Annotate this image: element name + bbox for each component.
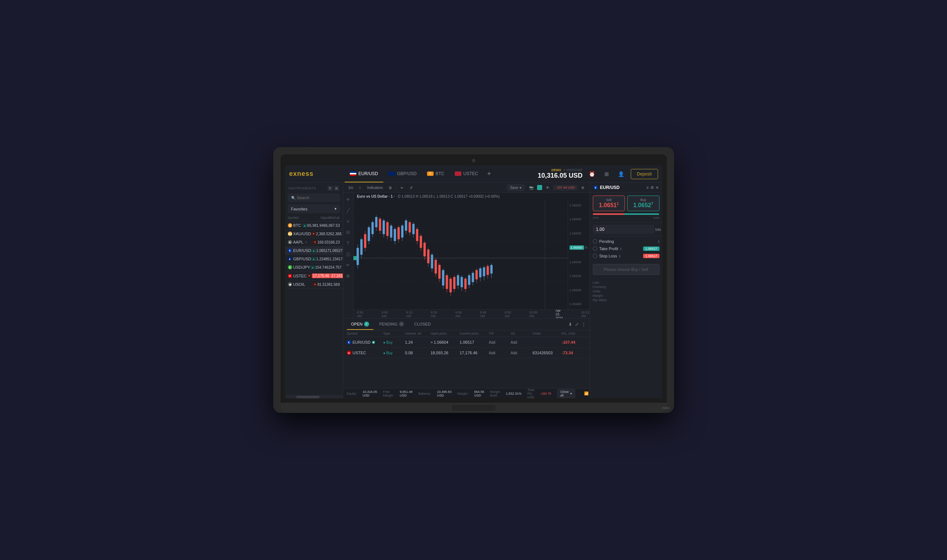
pos-type-eurusd: ● Buy	[383, 340, 405, 345]
col-symbol: Symbol	[288, 216, 321, 220]
sell-box[interactable]: Sell 1.06511	[593, 195, 625, 211]
tab-gbpusd[interactable]: GBP/USD	[383, 165, 422, 182]
timeframe-button[interactable]: 1m	[347, 185, 355, 191]
bottom-tabs: OPEN 2 PENDING 0 CLOSED	[343, 318, 589, 330]
tab-ustec[interactable]: USTEC	[450, 165, 484, 182]
svg-rect-21	[364, 234, 366, 248]
expand-icon[interactable]: ⤢	[575, 322, 578, 327]
screenshot-icon[interactable]: 📷	[527, 185, 535, 191]
close-all-button[interactable]: Close all ▾	[557, 389, 575, 398]
col-ask: Ask	[334, 216, 339, 220]
pencil-tool[interactable]: ✏	[344, 262, 352, 269]
save-button[interactable]: Save ▾	[507, 184, 525, 191]
pos-tp-eurusd[interactable]: Add	[489, 340, 511, 345]
sell-label: Sell	[595, 198, 623, 202]
rp-list-icon[interactable]: ≡	[646, 185, 649, 190]
pos-sl-ustec[interactable]: Add	[511, 351, 533, 355]
instrument-row-btc[interactable]: ₿ BTC ▲ 65,981.94 66,067.53	[285, 222, 343, 230]
tab-ustec-label: USTEC	[463, 171, 478, 176]
tab-closed[interactable]: CLOSED	[410, 318, 435, 330]
svg-rect-57	[431, 255, 433, 269]
equity-label: Equity:	[347, 392, 357, 395]
tab-open[interactable]: OPEN 2	[347, 318, 373, 330]
svg-rect-67	[449, 278, 452, 292]
instrument-row-eurusd[interactable]: € EUR/USD ▲ 1.06517 1.06527	[285, 246, 343, 255]
measure-tool[interactable]: ◫	[344, 251, 352, 258]
top-header: exness EUR/USD GBP/USD ₿ B	[285, 165, 662, 183]
bid-btc: 65,981.94	[307, 223, 324, 228]
eye-icon[interactable]: 👁	[544, 185, 551, 191]
instrument-row-xauusd[interactable]: Au XAU/USD ▼ 2,368.526 2,368.726	[285, 230, 343, 238]
chart-info-bar: Euro vs US Dollar · 1 · O 1.06513 H 1.06…	[353, 193, 589, 200]
search-input[interactable]	[297, 195, 337, 200]
favorites-dropdown[interactable]: Favorites ▾	[288, 205, 340, 213]
instrument-row-usdjpy[interactable]: $ USD/JPY ▲ 154.746 154.757	[285, 263, 343, 272]
svg-rect-29	[379, 219, 381, 231]
list-view-icon[interactable]: ☰	[328, 186, 333, 191]
take-profit-toggle[interactable]: Take Profit ℹ	[593, 246, 622, 251]
rp-close-icon[interactable]: ✕	[655, 185, 659, 190]
indicators-label: Indicators	[367, 186, 383, 190]
instruments-header: INSTRUMENTS ☰ ⊞	[285, 183, 343, 192]
buy-label: Buy	[629, 198, 657, 202]
pos-tp-ustec[interactable]: Add	[489, 351, 511, 355]
profile-icon[interactable]: 👤	[616, 169, 626, 179]
time-current: 10:13:00 AM	[581, 311, 589, 318]
place-order-button[interactable]: Please choose Buy / Sell	[593, 264, 660, 275]
miro-watermark: miro	[662, 406, 669, 410]
icon-gbpusd: £	[288, 257, 292, 261]
instrument-row-ustec[interactable]: U USTEC ▼ 17,176.46 17,181.77	[285, 272, 343, 280]
time-1000: 10:00 AM	[529, 311, 537, 318]
pos-sl-eurusd[interactable]: Add	[511, 340, 533, 345]
rp-settings-icon[interactable]: ⚙	[651, 185, 654, 190]
undo-icon[interactable]: ↺	[408, 185, 414, 191]
tab-eurusd[interactable]: EUR/USD	[345, 165, 383, 182]
symbol-gbpusd: GBP/USD	[293, 257, 312, 261]
add-tab-button[interactable]: +	[484, 170, 494, 178]
lots-input[interactable]	[593, 225, 654, 234]
alarm-icon[interactable]: ⏰	[587, 169, 597, 179]
instrument-row-usoil[interactable]: ◆ USOIL ▼ 81.513 81.569	[285, 280, 343, 289]
detail-lots: Lots:	[593, 281, 660, 285]
position-row-eurusd: € EUR/USD ● ● Buy 1.24 ≈ 1.06604 1.06517…	[343, 337, 589, 348]
zoom-tool[interactable]: ⊕	[344, 272, 352, 280]
stop-loss-info-icon: ℹ	[619, 254, 620, 258]
screen-bezel: exness EUR/USD GBP/USD ₿ B	[281, 154, 667, 403]
template-icon[interactable]: ⊞	[387, 185, 393, 191]
equity-value: 10,316.05 USD	[362, 390, 377, 397]
bid-usdjpy: 154.746	[315, 265, 328, 269]
search-box[interactable]: 🔍	[288, 194, 340, 202]
positions-table: Symbol Type Volume, lot Open price Curre…	[343, 330, 589, 388]
fibonacci-tool[interactable]: ⊟	[344, 229, 352, 236]
svg-rect-35	[390, 226, 392, 238]
bid-gbpusd: 1.23485	[316, 257, 329, 261]
chart-symbol: Euro vs US Dollar · 1 ·	[357, 194, 395, 198]
grid-icon[interactable]: ⊞	[602, 169, 612, 179]
account-number: # 155207187	[563, 168, 583, 172]
bar-type-icon[interactable]: ⎍	[358, 185, 362, 191]
line-tool[interactable]: ╱	[344, 207, 352, 214]
signal-usoil: ▼	[312, 283, 318, 286]
deposit-button[interactable]: Deposit	[631, 169, 658, 179]
sidebar-scrollbar[interactable]	[285, 395, 343, 398]
svg-rect-41	[401, 226, 403, 238]
tab-pending[interactable]: PENDING 0	[375, 318, 409, 330]
settings-icon[interactable]: ⚙	[580, 185, 586, 191]
crosshair-tool[interactable]: ✛	[344, 196, 352, 203]
pending-option[interactable]: Pending ℹ	[593, 239, 660, 244]
buy-box[interactable]: Buy 1.06527	[627, 195, 660, 211]
indicators-button[interactable]: Indicators	[366, 185, 384, 191]
instrument-row-aapl[interactable]: A AAPL ⏱ ▼ 166.03 166.23	[285, 238, 343, 246]
more-icon[interactable]: ⋮	[581, 322, 586, 327]
stop-loss-toggle[interactable]: Stop Loss ℹ	[593, 254, 621, 258]
back-icon[interactable]: ⇤	[399, 185, 405, 191]
download-icon[interactable]: ⬇	[568, 322, 572, 327]
current-price-row: 1.06560 ⚙	[569, 245, 588, 250]
instrument-row-gbpusd[interactable]: £ GBP/USD ▲ 1.23485 1.23417	[285, 255, 343, 263]
grid-view-icon[interactable]: ⊞	[334, 186, 339, 191]
text-tool[interactable]: T	[344, 240, 352, 247]
signal-gbpusd: ▲	[311, 257, 316, 261]
price-level-6: 1.06520	[569, 274, 588, 278]
parallel-lines-tool[interactable]: ≡	[344, 218, 352, 225]
tab-btc[interactable]: ₿ BTC	[422, 165, 450, 182]
